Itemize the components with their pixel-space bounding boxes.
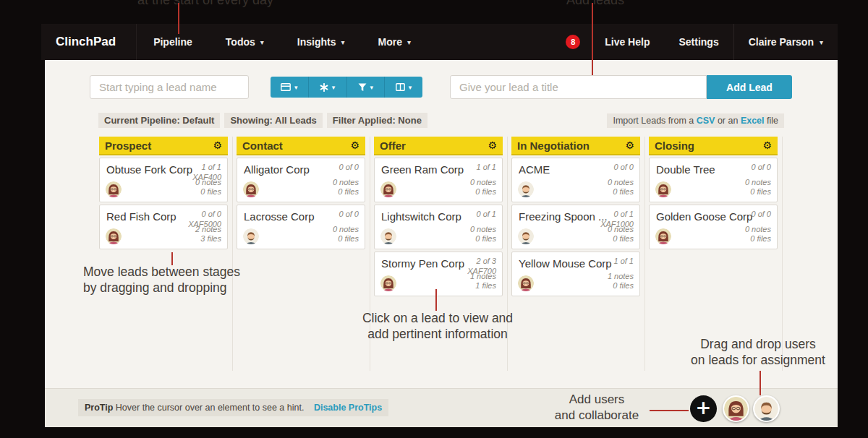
csv-link[interactable]: CSV: [697, 116, 715, 126]
filter-applied-chip: Filter Applied: None: [327, 113, 427, 128]
chevron-down-icon: ▾: [294, 84, 298, 91]
collaborator-avatar-woman[interactable]: [723, 395, 749, 422]
lead-avatar[interactable]: [518, 228, 534, 244]
lead-name: Double Tree: [656, 163, 715, 176]
lead-avatar[interactable]: [106, 228, 122, 244]
annotation-line-todos: [178, 3, 179, 34]
lead-card[interactable]: Green Ram Corp1 of 10 notes0 files: [374, 158, 503, 202]
lead-avatar[interactable]: [380, 181, 396, 197]
filter-button[interactable]: ▾: [347, 77, 386, 98]
plus-icon: +: [696, 397, 712, 418]
lead-name: ACME: [519, 163, 550, 176]
lead-progress-value: 1 of 1: [476, 163, 496, 173]
lead-name: Stormy Pen Corp: [381, 257, 464, 270]
gear-icon[interactable]: ⚙: [762, 140, 772, 150]
annotation-text-line: by dragging and dropping: [83, 280, 240, 296]
notification-badge[interactable]: 8: [566, 35, 580, 49]
pipeline-column-in-negotiation: In Negotiation⚙ACME0 of 00 notes0 filesF…: [511, 137, 640, 296]
lead-card[interactable]: Obtuse Fork Corp1 of 1XAF4000 notes0 fil…: [99, 158, 228, 202]
lead-card[interactable]: Golden Goose Corp0 of 00 notes0 files: [649, 205, 778, 249]
column-title: Closing: [655, 139, 694, 152]
user-menu[interactable]: Claire Parson ▾: [733, 24, 838, 60]
column-title: Contact: [242, 139, 283, 152]
gear-icon[interactable]: ⚙: [625, 140, 634, 150]
pipeline-column-closing: Closing⚙Double Tree0 of 00 notes0 filesG…: [649, 137, 778, 249]
clinchpad-logo[interactable]: ClinchPad: [41, 24, 137, 60]
add-lead-button[interactable]: Add Lead: [707, 75, 792, 99]
columns-button[interactable]: ▾: [385, 77, 422, 98]
gear-icon[interactable]: ⚙: [213, 140, 222, 150]
lead-card[interactable]: Red Fish Corp0 of 0XAF50002 notes3 files: [99, 205, 228, 249]
lead-avatar[interactable]: [518, 275, 534, 291]
card-view-button[interactable]: ▾: [271, 77, 309, 98]
lane-divider: [232, 137, 233, 371]
search-input[interactable]: [90, 75, 249, 99]
clinchpad-app: at the start of every day Add leads Clin…: [0, 0, 868, 438]
lead-avatar[interactable]: [243, 181, 259, 197]
annotation-line-add-users: [650, 410, 689, 411]
column-title: In Negotiation: [517, 139, 590, 152]
chevron-down-icon: ▾: [260, 38, 264, 46]
lead-progress-value: 0 of 0: [613, 163, 634, 173]
lead-avatar[interactable]: [243, 228, 259, 244]
lead-card[interactable]: Alligator Corp0 of 00 notes0 files: [237, 158, 365, 202]
nav-item-more[interactable]: More ▾: [362, 24, 427, 60]
user-name: Claire Parson: [749, 36, 814, 48]
lead-notes-files: 0 notes0 files: [333, 178, 359, 198]
annotation-top-left: at the start of every day: [137, 0, 273, 8]
nav-item-todos[interactable]: Todos ▾: [209, 24, 281, 60]
lead-avatar[interactable]: [380, 228, 396, 244]
collaborator-avatar-man[interactable]: [753, 395, 780, 422]
chevron-down-icon: ▾: [409, 84, 412, 91]
live-help-link[interactable]: Live Help: [590, 24, 664, 60]
nav-item-pipeline[interactable]: Pipeline: [137, 24, 209, 60]
lead-card[interactable]: ACME0 of 00 notes0 files: [511, 158, 640, 202]
lead-name: Obtuse Fork Corp: [106, 163, 192, 176]
add-user-button[interactable]: +: [690, 395, 717, 422]
lead-notes-files: 1 notes1 files: [470, 272, 496, 292]
gear-icon[interactable]: ⚙: [488, 140, 497, 150]
column-title: Offer: [380, 139, 406, 152]
excel-link[interactable]: Excel: [741, 116, 765, 126]
annotation-line-click-lead: [435, 289, 437, 311]
lead-avatar[interactable]: [655, 228, 671, 244]
annotation-text-line: Drag and drop users: [686, 337, 830, 353]
annotation-text-line: Move leads between stages: [83, 265, 240, 280]
chevron-down-icon: ▾: [332, 84, 336, 91]
lead-card[interactable]: Freezing Spoon ...0 of 1XAF10000 notes0 …: [511, 205, 640, 249]
disable-protips-link[interactable]: Disable ProTips: [314, 403, 382, 413]
pipeline-column-offer: Offer⚙Green Ram Corp1 of 10 notes0 files…: [374, 137, 503, 296]
settings-link[interactable]: Settings: [664, 24, 733, 60]
pipeline-page: ▾ ▾ ▾: [45, 60, 838, 427]
highlight-button[interactable]: ▾: [309, 77, 347, 98]
annotation-text-line: on leads for assignment: [686, 353, 830, 369]
lead-title-input[interactable]: [450, 75, 707, 99]
gear-icon[interactable]: ⚙: [350, 140, 359, 150]
protip-label: ProTip: [85, 403, 113, 413]
lead-card[interactable]: Double Tree0 of 00 notes0 files: [649, 158, 778, 202]
lead-card[interactable]: Yellow Mouse Corp1 of 11 notes0 files: [511, 252, 640, 296]
lead-card[interactable]: Stormy Pen Corp2 of 3XAF7001 notes1 file…: [374, 252, 503, 296]
nav-item-insights[interactable]: Insights ▾: [281, 24, 362, 60]
showing-chip: Showing: All Leads: [224, 113, 322, 128]
lead-card[interactable]: Lightswitch Corp0 of 10 notes0 files: [374, 205, 503, 249]
chevron-down-icon: ▾: [341, 38, 344, 46]
asterisk-icon: [320, 83, 328, 92]
protip-message: ProTip Hover the cursor over an element …: [78, 399, 388, 416]
lead-name: Lacrosse Corp: [244, 210, 315, 223]
lane-divider: [782, 137, 783, 371]
lead-progress-value: 0 of 0: [339, 163, 359, 173]
lead-card[interactable]: Lacrosse Corp0 of 00 notes0 files: [237, 205, 365, 249]
lead-avatar[interactable]: [655, 181, 671, 197]
annotation-text-line: add pertinent information: [362, 327, 514, 343]
chevron-down-icon: ▾: [820, 38, 823, 46]
lead-notes-files: 1 notes0 files: [608, 272, 634, 292]
protip-text: Hover the cursor over an element to see …: [116, 403, 305, 413]
lead-avatar[interactable]: [380, 275, 396, 291]
annotation-line-move-leads: [171, 252, 173, 265]
lead-avatar[interactable]: [106, 181, 122, 197]
lead-avatar[interactable]: [518, 181, 534, 197]
nav-item-label: Pipeline: [153, 36, 192, 48]
column-header: Contact⚙: [237, 137, 365, 155]
lead-name: Red Fish Corp: [106, 210, 176, 223]
